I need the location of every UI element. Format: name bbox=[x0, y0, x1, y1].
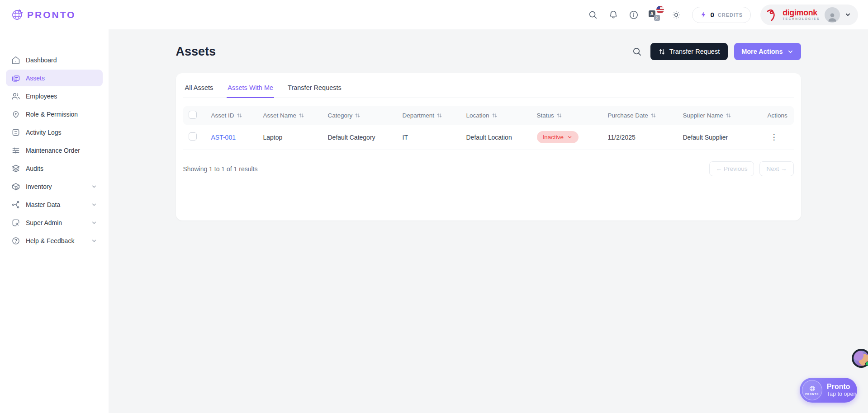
users-icon bbox=[11, 92, 20, 101]
assets-table: Asset ID Asset Name Category Department … bbox=[183, 106, 794, 150]
admin-shield-icon bbox=[11, 218, 20, 227]
purchase-date-cell: 11/2/2025 bbox=[602, 125, 678, 150]
tab-all-assets[interactable]: All Assets bbox=[184, 80, 214, 98]
sidebar-item-role-permission[interactable]: Role & Permission bbox=[6, 106, 103, 122]
next-page-button[interactable]: Next → bbox=[759, 161, 793, 176]
tab-transfer-requests[interactable]: Transfer Requests bbox=[287, 80, 342, 98]
previous-page-button[interactable]: ← Previous bbox=[709, 161, 754, 176]
sidebar-item-label: Dashboard bbox=[26, 56, 57, 64]
col-header-purchase-date[interactable]: Purchase Date bbox=[608, 112, 648, 119]
translate-wen-glyph: 文 bbox=[654, 15, 660, 21]
sidebar-item-label: Audits bbox=[26, 165, 43, 172]
tab-bar: All Assets Assets With Me Transfer Reque… bbox=[183, 80, 794, 98]
supplier-name-cell: Default Supplier bbox=[678, 125, 762, 150]
sort-icon[interactable] bbox=[355, 113, 360, 118]
category-cell: Default Category bbox=[323, 125, 397, 150]
sort-icon[interactable] bbox=[237, 113, 242, 118]
sliders-icon bbox=[11, 146, 20, 155]
more-actions-button[interactable]: More Actions bbox=[734, 43, 801, 60]
status-badge[interactable]: Inactive bbox=[537, 131, 579, 143]
topbar: PRONTO A 文 0 CREDITS bbox=[0, 0, 868, 29]
main-area: Assets Transfer Request More Actions bbox=[109, 29, 868, 413]
sort-icon[interactable] bbox=[650, 113, 656, 118]
more-actions-label: More Actions bbox=[741, 48, 783, 55]
tab-assets-with-me[interactable]: Assets With Me bbox=[227, 80, 274, 98]
home-icon bbox=[11, 56, 20, 65]
sidebar-item-maintenance-order[interactable]: Maintenance Order bbox=[6, 142, 103, 159]
col-header-location[interactable]: Location bbox=[466, 112, 489, 119]
sidebar-item-audits[interactable]: Audits bbox=[6, 160, 103, 177]
sidebar-item-assets[interactable]: Assets bbox=[6, 70, 103, 86]
sidebar-item-label: Employees bbox=[26, 93, 57, 100]
user-avatar[interactable] bbox=[825, 7, 840, 23]
col-header-category[interactable]: Category bbox=[328, 112, 353, 119]
digimonk-logo-icon bbox=[766, 8, 778, 22]
sidebar-item-activity-logs[interactable]: Activity Logs bbox=[6, 124, 103, 141]
document-lines-icon bbox=[11, 128, 20, 137]
online-status-dot bbox=[865, 361, 868, 366]
language-translate-icon[interactable]: A 文 bbox=[649, 9, 661, 21]
asset-name-cell: Laptop bbox=[258, 125, 323, 150]
globe-icon bbox=[11, 8, 24, 22]
department-cell: IT bbox=[397, 125, 461, 150]
sort-icon[interactable] bbox=[556, 113, 562, 118]
search-icon[interactable] bbox=[588, 9, 598, 20]
org-tagline: TECHNOLOGIES bbox=[783, 18, 820, 21]
table-row: AST-001 Laptop Default Category IT Defau… bbox=[183, 125, 794, 150]
app-logo: PRONTO bbox=[11, 8, 76, 22]
sort-icon[interactable] bbox=[299, 113, 304, 118]
pronto-chat-logo: PRONTO bbox=[802, 380, 822, 400]
lightning-bolt-icon bbox=[700, 11, 707, 18]
sidebar-item-label: Help & Feedback bbox=[26, 237, 74, 244]
badge-keyhole-icon bbox=[11, 110, 20, 119]
notifications-bell-icon[interactable] bbox=[608, 9, 619, 20]
chat-widget-subtitle: Tap to open bbox=[827, 391, 856, 398]
help-circle-icon bbox=[11, 236, 20, 245]
pronto-chat-widget[interactable]: PRONTO Pronto Tap to open bbox=[800, 378, 857, 403]
org-account-pill[interactable]: digimonk TECHNOLOGIES bbox=[760, 5, 858, 25]
sidebar-item-label: Assets bbox=[26, 75, 45, 82]
sidebar-item-employees[interactable]: Employees bbox=[6, 88, 103, 104]
asset-id-link[interactable]: AST-001 bbox=[211, 134, 236, 141]
sort-icon[interactable] bbox=[436, 113, 442, 118]
chevron-down-icon[interactable] bbox=[844, 11, 851, 18]
globe-icon bbox=[809, 385, 816, 392]
chevron-down-icon bbox=[787, 48, 794, 55]
table-search-icon[interactable] bbox=[631, 45, 644, 58]
sidebar-item-inventory[interactable]: Inventory bbox=[6, 178, 103, 195]
col-header-asset-id[interactable]: Asset ID bbox=[211, 112, 234, 119]
chevron-down-icon bbox=[91, 202, 97, 208]
org-name: digimonk bbox=[783, 9, 820, 17]
chevron-down-icon bbox=[567, 134, 573, 140]
sort-icon[interactable] bbox=[726, 113, 731, 118]
col-header-supplier-name[interactable]: Supplier Name bbox=[683, 112, 723, 119]
location-cell: Default Location bbox=[461, 125, 531, 150]
credits-pill[interactable]: 0 CREDITS bbox=[692, 7, 751, 23]
col-header-department[interactable]: Department bbox=[403, 112, 435, 119]
col-header-status[interactable]: Status bbox=[537, 112, 554, 119]
status-label: Inactive bbox=[543, 134, 564, 141]
table-header-row: Asset ID Asset Name Category Department … bbox=[183, 106, 794, 125]
col-header-actions: Actions bbox=[768, 112, 787, 119]
select-all-checkbox[interactable] bbox=[189, 111, 197, 119]
sidebar-item-dashboard[interactable]: Dashboard bbox=[6, 52, 103, 68]
box-icon bbox=[11, 182, 20, 191]
floating-user-bubble[interactable] bbox=[852, 349, 868, 368]
col-header-asset-name[interactable]: Asset Name bbox=[263, 112, 297, 119]
sidebar-item-master-data[interactable]: Master Data bbox=[6, 196, 103, 213]
results-summary: Showing 1 to 1 of 1 results bbox=[183, 165, 258, 173]
transfer-arrows-icon bbox=[659, 48, 665, 55]
sidebar: Dashboard Assets Employees Role & Permis… bbox=[0, 29, 109, 413]
credits-value: 0 bbox=[711, 11, 714, 19]
row-checkbox[interactable] bbox=[189, 132, 197, 141]
transfer-request-button[interactable]: Transfer Request bbox=[650, 43, 728, 60]
pronto-chat-logo-text: PRONTO bbox=[805, 393, 819, 395]
sort-icon[interactable] bbox=[492, 113, 498, 118]
info-icon[interactable] bbox=[628, 9, 639, 20]
theme-sun-icon[interactable] bbox=[671, 9, 682, 20]
sidebar-item-help-feedback[interactable]: Help & Feedback bbox=[6, 232, 103, 249]
us-flag-icon bbox=[656, 6, 664, 14]
row-actions-kebab-icon[interactable]: ⋮ bbox=[768, 132, 781, 142]
sidebar-item-super-admin[interactable]: Super Admin bbox=[6, 214, 103, 231]
chat-widget-title: Pronto bbox=[827, 383, 856, 391]
